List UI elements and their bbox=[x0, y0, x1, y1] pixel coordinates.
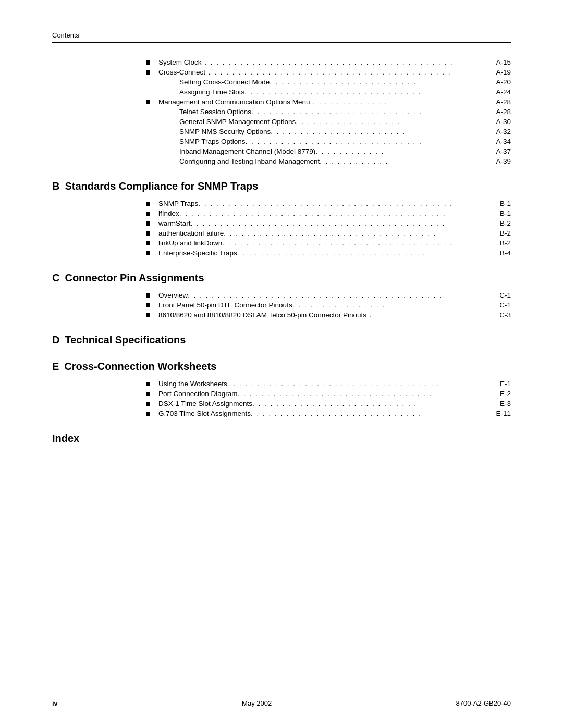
toc-entry-using-worksheets: Using the Worksheets . . . . . . . . . .… bbox=[52, 380, 511, 388]
square-bullet-icon bbox=[146, 382, 150, 386]
square-bullet-icon bbox=[146, 70, 150, 75]
pageref-config-inband: A-39 bbox=[490, 157, 511, 165]
square-bullet-icon bbox=[146, 313, 150, 317]
entry-text-auth-failure: authenticationFailure bbox=[158, 229, 224, 237]
dots-g703-time: . . . . . . . . . . . . . . . . . . . . … bbox=[251, 410, 490, 418]
pageref-enterprise-traps: B-4 bbox=[490, 249, 511, 257]
toc-entry-warmstart: warmStart . . . . . . . . . . . . . . . … bbox=[52, 219, 511, 228]
entry-text-general-snmp: General SNMP Management Options bbox=[179, 118, 296, 126]
bullet-linkup-linkdown bbox=[146, 240, 158, 245]
toc-entry-dslam-telco: 8610/8620 and 8810/8820 DSLAM Telco 50-p… bbox=[52, 311, 511, 319]
toc-entry-linkup-linkdown: linkUp and linkDown . . . . . . . . . . … bbox=[52, 239, 511, 248]
dots-auth-failure: . . . . . . . . . . . . . . . . . . . . … bbox=[224, 229, 490, 238]
entry-text-snmp-nms: SNMP NMS Security Options bbox=[179, 128, 271, 135]
toc-entry-inband-mgmt: Inband Management Channel (Model 8779) .… bbox=[52, 147, 511, 156]
pageref-g703-time: E-11 bbox=[490, 410, 511, 417]
dots-inband-mgmt: . . . . . . . . . . . . bbox=[315, 147, 490, 156]
square-bullet-icon bbox=[146, 402, 150, 406]
footer-date: May 2002 bbox=[242, 699, 272, 707]
toc-entry-ifindex: ifIndex . . . . . . . . . . . . . . . . … bbox=[52, 209, 511, 218]
no-bullet-5 bbox=[167, 132, 179, 134]
entry-text-snmp-traps-opt: SNMP Traps Options bbox=[179, 138, 246, 145]
no-bullet-2 bbox=[167, 93, 179, 94]
dots-assigning-time-slots: . . . . . . . . . . . . . . . . . . . . … bbox=[244, 88, 490, 96]
pageref-dsx1-time: E-3 bbox=[490, 400, 511, 408]
toc-entry-g703-time: G.703 Time Slot Assignments . . . . . . … bbox=[52, 410, 511, 418]
entry-text-dsx1-time: DSX-1 Time Slot Assignments bbox=[158, 400, 252, 408]
pageref-inband-mgmt: A-37 bbox=[490, 147, 511, 155]
entry-text-telnet: Telnet Session Options bbox=[179, 108, 251, 116]
entry-text-dslam-telco: 8610/8620 and 8810/8820 DSLAM Telco 50-p… bbox=[158, 311, 366, 319]
square-bullet-icon bbox=[146, 303, 150, 307]
square-bullet-icon bbox=[146, 241, 150, 245]
toc-entry-snmp-nms: SNMP NMS Security Options . . . . . . . … bbox=[52, 128, 511, 136]
no-bullet-7 bbox=[167, 152, 179, 154]
no-bullet-1 bbox=[167, 83, 179, 84]
toc-entry-telnet: Telnet Session Options . . . . . . . . .… bbox=[52, 108, 511, 116]
square-bullet-icon bbox=[146, 221, 150, 226]
pageref-using-worksheets: E-1 bbox=[490, 380, 511, 388]
entry-text-cross-connect: Cross-Connect bbox=[158, 68, 205, 76]
square-bullet-icon bbox=[146, 60, 150, 65]
dots-snmp-nms: . . . . . . . . . . . . . . . . . . . . … bbox=[271, 128, 490, 136]
dots-enterprise-traps: . . . . . . . . . . . . . . . . . . . . … bbox=[237, 249, 490, 257]
bullet-dsx1-time bbox=[146, 400, 158, 406]
toc-entry-mgmt-comm: Management and Communication Options Men… bbox=[52, 98, 511, 106]
appendix-d-heading: D Technical Specifications bbox=[52, 334, 511, 346]
no-bullet-6 bbox=[167, 142, 179, 144]
entry-text-using-worksheets: Using the Worksheets bbox=[158, 380, 227, 388]
entry-text-linkup-linkdown: linkUp and linkDown bbox=[158, 239, 222, 247]
dots-front-panel: . . . . . . . . . . . . . . . . bbox=[292, 301, 490, 310]
dots-snmp-traps: . . . . . . . . . . . . . . . . . . . . … bbox=[198, 200, 490, 208]
dots-cross-connect: . . . . . . . . . . . . . . . . . . . . … bbox=[205, 68, 490, 77]
dots-general-snmp: . . . . . . . . . . . . . . . . . . bbox=[296, 118, 490, 126]
square-bullet-icon bbox=[146, 412, 150, 416]
pageref-linkup-linkdown: B-2 bbox=[490, 239, 511, 247]
page-header: Contents bbox=[52, 31, 511, 43]
appendix-c-letter: C bbox=[52, 272, 59, 284]
toc-entry-config-inband: Configuring and Testing Inband Managemen… bbox=[52, 157, 511, 166]
dots-using-worksheets: . . . . . . . . . . . . . . . . . . . . … bbox=[227, 380, 490, 388]
bullet-port-connection bbox=[146, 390, 158, 396]
pageref-overview: C-1 bbox=[490, 291, 511, 299]
entry-text-mgmt-comm: Management and Communication Options Men… bbox=[158, 98, 310, 106]
square-bullet-icon bbox=[146, 212, 150, 216]
entry-text-g703-time: G.703 Time Slot Assignments bbox=[158, 410, 251, 417]
appendix-b-title: Standards Compliance for SNMP Traps bbox=[65, 180, 258, 192]
page: Contents System Clock . . . . . . . . . … bbox=[0, 0, 563, 728]
bullet-enterprise-traps bbox=[146, 250, 158, 255]
entry-text-snmp-traps: SNMP Traps bbox=[158, 200, 198, 207]
dots-warmstart: . . . . . . . . . . . . . . . . . . . . … bbox=[191, 219, 490, 228]
bullet-overview bbox=[146, 292, 158, 298]
toc-continuation: System Clock . . . . . . . . . . . . . .… bbox=[52, 58, 511, 166]
appendix-d-letter: D bbox=[52, 334, 59, 346]
appendix-c-heading: C Connector Pin Assignments bbox=[52, 272, 511, 284]
toc-entry-general-snmp: General SNMP Management Options . . . . … bbox=[52, 118, 511, 126]
appendix-e-items: Using the Worksheets . . . . . . . . . .… bbox=[52, 380, 511, 418]
dots-port-connection: . . . . . . . . . . . . . . . . . . . . … bbox=[238, 390, 490, 398]
pageref-system-clock: A-15 bbox=[490, 58, 511, 66]
dots-overview: . . . . . . . . . . . . . . . . . . . . … bbox=[188, 291, 490, 300]
toc-entry-front-panel: Front Panel 50-pin DTE Connector Pinouts… bbox=[52, 301, 511, 310]
entry-text-system-clock: System Clock bbox=[158, 58, 202, 66]
entry-text-port-connection: Port Connection Diagram bbox=[158, 390, 238, 398]
pageref-auth-failure: B-2 bbox=[490, 229, 511, 237]
dots-dslam-telco: . bbox=[366, 311, 490, 319]
pageref-cross-connect: A-19 bbox=[490, 68, 511, 76]
page-footer: iv May 2002 8700-A2-GB20-40 bbox=[52, 699, 511, 707]
entry-text-ifindex: ifIndex bbox=[158, 209, 179, 217]
dots-ifindex: . . . . . . . . . . . . . . . . . . . . … bbox=[179, 209, 490, 218]
appendix-b-heading: B Standards Compliance for SNMP Traps bbox=[52, 180, 511, 192]
no-bullet-4 bbox=[167, 122, 179, 124]
dots-dsx1-time: . . . . . . . . . . . . . . . . . . . . … bbox=[252, 400, 490, 408]
dots-mgmt-comm: . . . . . . . . . . . . . bbox=[310, 98, 490, 106]
bullet-system-clock bbox=[146, 59, 158, 65]
entry-text-inband-mgmt: Inband Management Channel (Model 8779) bbox=[179, 147, 315, 155]
pageref-ifindex: B-1 bbox=[490, 209, 511, 217]
appendix-c-title: Connector Pin Assignments bbox=[65, 272, 204, 284]
pageref-telnet: A-28 bbox=[490, 108, 511, 116]
bullet-warmstart bbox=[146, 220, 158, 226]
entry-text-assigning-time-slots: Assigning Time Slots bbox=[179, 88, 244, 96]
toc-entry-dsx1-time: DSX-1 Time Slot Assignments . . . . . . … bbox=[52, 400, 511, 408]
square-bullet-icon bbox=[146, 251, 150, 255]
